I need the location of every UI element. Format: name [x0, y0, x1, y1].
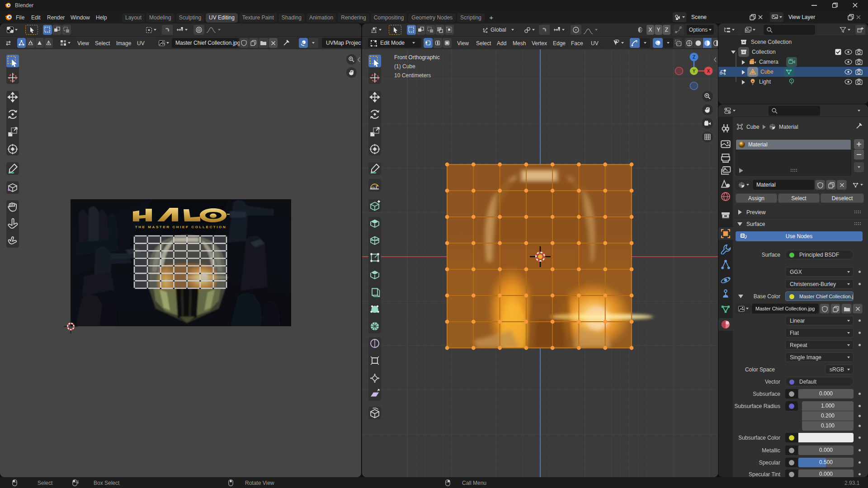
svg-text:X: X [707, 69, 710, 74]
svg-text:Z: Z [693, 55, 695, 60]
svg-text:Y: Y [693, 69, 696, 74]
svg-text:THE MASTER CHIEF COLLECTION: THE MASTER CHIEF COLLECTION [135, 225, 227, 229]
